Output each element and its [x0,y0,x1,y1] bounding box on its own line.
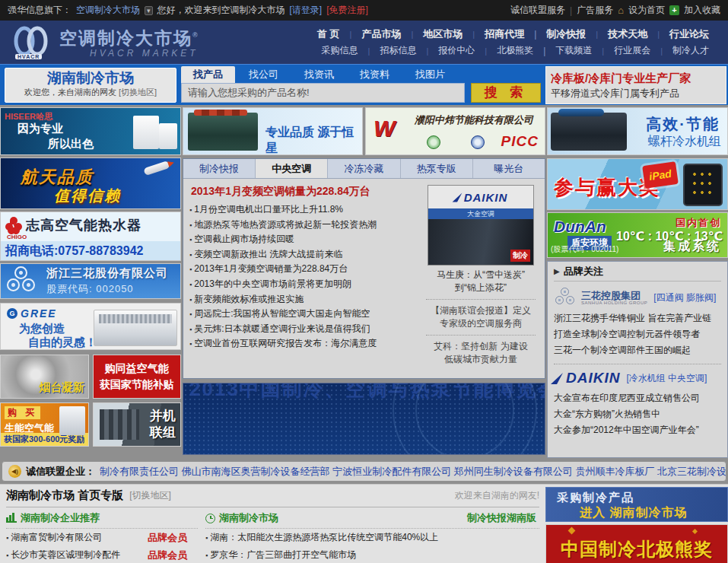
ad-line: 为您创造 [19,322,65,336]
brand-news-item[interactable]: 打造全球制冷空调控制元器件领导者 [554,326,721,342]
daikin-logo-text: DAIKIN [566,370,620,386]
polar-bear-award-ad-banner[interactable]: 中国制冷北极熊奖 [545,524,728,563]
news-item[interactable]: 吴元炜:日本就暖通空调行业来说是值得我们 [189,322,423,337]
brand-news-item[interactable]: 浙江三花携手华锋铜业 旨在完善产业链 [554,310,721,326]
switch-region-link[interactable]: [切换地区] [119,87,157,97]
aerospace-quality-ad-banner[interactable]: 航天品质 值得信赖 [0,157,181,209]
chiller-image [188,113,258,151]
search-tab-docs[interactable]: 找资料 [348,66,402,83]
enter-market-ad-banner[interactable]: 采购制冷产品 进入 湖南制冷市场 [545,487,728,522]
brand-member-badge[interactable]: 品牌会员 [148,547,198,563]
photo-caption[interactable]: 马生庚：从“雪中送炭”到“锦上添花” [423,269,539,294]
news-tab-flash[interactable]: 制冷快报 [183,159,256,178]
switch-region-link[interactable]: [切换地区] [129,489,171,502]
news-item[interactable]: 变频空调新政推出 洗牌大战提前来临 [189,247,423,262]
search-tab-product[interactable]: 找产品 [181,66,235,83]
daikin-store-photo[interactable]: DAIKIN 大金空调 制冷 [428,185,534,266]
nav-product-market[interactable]: 产品市场 [351,27,411,41]
search-tab-pics[interactable]: 找图片 [403,66,457,83]
company-link[interactable]: 湖南富贸制冷有限公司 [6,529,102,546]
parallel-unit-ad-tile[interactable]: 并机联组 [93,402,182,447]
news-tab-heatpump[interactable]: 热泵专版 [401,159,473,178]
gree-ad-banner[interactable]: G GREE 为您创造 自由的灵感！ [0,303,181,350]
nav-purchase-info[interactable]: 采购信息 [312,44,368,57]
brand-member-badge[interactable]: 品牌会员 [148,530,198,546]
daikin-tags-link[interactable]: [冷水机组 中央空调] [626,372,707,385]
dunan-ad-banner[interactable]: DunAn 盾安环境 (股票代码：002011) 国内首创 10℃ : 10℃ … [547,212,728,258]
nav-download[interactable]: 下载频道 [545,44,602,57]
company-row: 湖南富贸制冷有限公司 品牌会员 [6,529,198,546]
brand-news-item[interactable]: 大金“东方购物”火热销售中 [554,406,721,422]
brand-news-item[interactable]: 三花一个制冷空调部件王国的崛起 [554,342,721,358]
nav-polar-bear-award[interactable]: 北极熊奖 [487,44,543,57]
search-tab-news[interactable]: 找资讯 [292,66,346,83]
search-tab-company[interactable]: 找公司 [237,66,291,83]
hiseer-ad-banner[interactable]: HISEER哈思 因为专业 所以出色 [0,107,181,155]
search-input[interactable] [181,83,465,103]
news-item[interactable]: 2013年的中央空调市场前景将更加明朗 [189,277,423,292]
daikin-brand-row[interactable]: DAIKIN [冷水机组 中央空调] [554,370,721,386]
login-link[interactable]: [请登录] [290,4,323,17]
yantai-ningxin-ad-tile[interactable]: 烟台凝新 [0,355,89,399]
news-item[interactable]: 空调截止阀市场持续回暖 [189,232,423,247]
brand-news-item[interactable]: 大金宣布在印度尼西亚成立销售公司 [554,390,721,406]
zhongwei-ad-banner[interactable]: W 濮阳中炜节能科技有限公司 PICC [365,107,545,155]
nav-jobs[interactable]: 制冷人才 [663,44,719,57]
tongyi-subsidy-ad-tile[interactable]: 购同益空气能 获国家节能补贴 [93,355,182,399]
nav-agency[interactable]: 招商代理 [475,27,534,41]
news-item[interactable]: 新变频能效标准或推迟实施 [189,292,423,307]
news-note[interactable]: 艾科：坚持创新 为建设低碳城市贡献力量 [423,340,539,366]
nav-expo[interactable]: 行业展会 [604,44,660,57]
hengxing-ad-banner[interactable]: 专业品质 源于恒星 [183,107,363,155]
news-item[interactable]: 周远院士:我国将从智能空调大国走向智能空 [189,307,423,322]
nav-quote-center[interactable]: 报价中心 [428,44,485,57]
nav-forum[interactable]: 行业论坛 [660,27,719,41]
page: 强华信息旗下： 空调制冷大市场 ▾ 您好，欢迎来到空调制冷大市场 [请登录] [… [0,0,728,563]
register-link[interactable]: [免费注册] [326,4,368,17]
news-tab-exposure[interactable]: 曝光台 [473,159,545,178]
brand-news-item[interactable]: 大金参加“2012年中国空调产业年会” [554,422,721,438]
news-item[interactable]: 地源热泵等地热资源或将掀起新一轮投资热潮 [189,218,423,233]
region-title[interactable]: 湖南制冷市场 [5,70,176,87]
prize-draw-ad-banner[interactable]: 参与赢大奖 iPad [547,158,728,210]
nav-bid-info[interactable]: 招标信息 [370,44,426,57]
expo-ad-banner[interactable]: 2013中国制冷、空调与热泵节能博览会 [183,383,545,455]
regional-news-item[interactable]: 罗京华：广告三部曲打开空气能市场 [205,546,356,563]
alliance-service-link[interactable]: 诚信联盟服务 [510,4,565,17]
ipad-star-badge: iPad [642,161,679,189]
screw-chiller-ad-banner[interactable]: 高效·节能 螺杆冷水机组 [547,107,728,155]
search-button[interactable]: 搜 索 [471,83,541,103]
news-tab-freezing[interactable]: 冷冻冷藏 [328,159,400,178]
regional-news-link[interactable]: 制冷快报湖南版 [467,511,539,525]
nav-tech[interactable]: 技术天地 [598,27,657,41]
site-selector[interactable]: 空调制冷大市场 [76,4,140,17]
site-logo[interactable]: HVACR 空调制冷大市场® HVACR MARKET [9,26,199,59]
nav-region-market[interactable]: 地区市场 [413,27,472,41]
news-tabs: 制冷快报 中央空调 冷冻冷藏 热泵专版 曝光台 [183,159,545,179]
search-area: 找产品 找公司 找资讯 找资料 找图片 搜 索 [181,67,541,103]
add-favorite-link[interactable]: 加入收藏 [684,4,720,17]
ad-line: 获国家节能补贴 [100,378,174,392]
ad-service-link[interactable]: 广告服务 [577,4,613,17]
news-item[interactable]: 空调业首份互联网研究报告发布：海尔满意度 [189,336,423,351]
alliance-companies[interactable]: 制冷有限责任公司 佛山市南海区奥营制冷设备经营部 宁波恒业制冷配件有限公司 郑州… [100,465,726,479]
sanhua-tags-link[interactable]: [四通阀 膨胀阀] [653,291,716,304]
chigo-ad-banner[interactable]: 志高空气能热水器 CHIGO 招商电话:0757-88783942 [0,212,181,261]
ad-line: 自由的灵感！ [28,336,97,350]
news-note[interactable]: 【湖南联谊会报道】定义专家级的空调服务商 [423,304,539,330]
sanhua-brand-row[interactable]: 三花控股集团 SANHUA HOLDING GROUP [四通阀 膨胀阀] [554,288,721,307]
nav-home[interactable]: 首 页 [307,27,350,41]
chevron-down-icon[interactable]: ▾ [145,6,153,15]
shengneng-reward-ad-tile[interactable]: 购 买 生能空气能 获国家300-600元奖励 [0,402,89,447]
regional-news-item[interactable]: 湖南：太阳能次生源热源塔热泵比传统空调节能40%以上 [205,529,438,546]
sanhua-stock-ad-banner[interactable]: 浙江三花股份有限公司 股票代码: 002050 [0,263,181,299]
company-link[interactable]: 长沙市芙蓉区诚理制冷配件 [6,546,120,563]
set-homepage-link[interactable]: 设为首页 [628,4,665,17]
nav-news[interactable]: 制冷快报 [536,27,596,41]
news-headline[interactable]: 2013年1月变频空调销量为228.84万台 [191,185,423,199]
cold-storage-ad-banner[interactable]: 冷库板/冷库门专业生产厂家 平移滑道式冷库门属专利产品 [545,66,726,104]
news-item[interactable]: 1月份空调电机出口量环比上升11.8% [189,202,423,218]
news-tab-central-ac[interactable]: 中央空调 [256,159,328,178]
sanhua-news-list: 浙江三花携手华锋铜业 旨在完善产业链 打造全球制冷空调控制元器件领导者 三花一个… [554,310,721,358]
news-item[interactable]: 2013年1月变频空调销量为228.84万台 [189,262,423,277]
